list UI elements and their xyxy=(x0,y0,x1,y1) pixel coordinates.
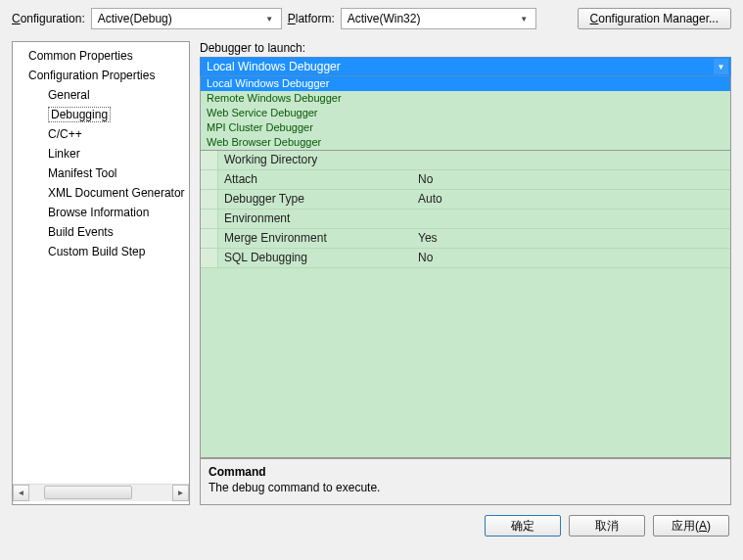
property-value[interactable] xyxy=(414,151,730,169)
scroll-right-button[interactable]: ► xyxy=(172,485,189,501)
tree-item-build-events[interactable]: Build Events xyxy=(13,222,189,242)
dropdown-option[interactable]: Local Windows Debugger xyxy=(201,76,730,91)
scroll-left-button[interactable]: ◄ xyxy=(13,485,29,501)
property-value[interactable]: Yes xyxy=(414,229,730,248)
configuration-value: Active(Debug) xyxy=(98,12,172,25)
help-description: The debug command to execute. xyxy=(209,481,722,494)
top-bar: CConfiguration:onfiguration: Active(Debu… xyxy=(0,0,743,37)
tree-item-common-properties[interactable]: Common Properties xyxy=(13,46,189,66)
row-handle xyxy=(201,170,218,189)
debugger-launch-label: Debugger to launch: xyxy=(200,41,731,55)
dropdown-option[interactable]: MPI Cluster Debugger xyxy=(201,120,730,135)
row-handle xyxy=(201,190,218,209)
property-row[interactable]: SQL Debugging No xyxy=(201,249,730,268)
property-label: Working Directory xyxy=(218,151,414,169)
property-value[interactable]: Auto xyxy=(414,190,730,209)
property-value[interactable]: No xyxy=(414,170,730,189)
apply-button[interactable]: 应用(A)应用(A) xyxy=(653,515,729,537)
dropdown-option[interactable]: Remote Windows Debugger xyxy=(201,91,730,106)
chevron-down-icon: ▼ xyxy=(714,59,728,74)
cancel-button[interactable]: 取消 xyxy=(569,515,645,537)
row-handle xyxy=(201,249,218,267)
debugger-launch-dropdown[interactable]: Local Windows Debugger ▼ xyxy=(200,57,731,76)
scroll-thumb[interactable] xyxy=(44,486,132,499)
dropdown-option[interactable]: Web Service Debugger xyxy=(201,106,730,120)
row-handle xyxy=(201,210,218,228)
dropdown-option[interactable]: Web Browser Debugger xyxy=(201,135,730,150)
property-value[interactable]: No xyxy=(414,249,730,267)
property-label: Attach xyxy=(218,170,414,189)
ok-button[interactable]: 确定 xyxy=(485,515,561,537)
property-row[interactable]: Working Directory xyxy=(201,151,730,170)
horizontal-scrollbar[interactable]: ◄ ► xyxy=(13,484,189,500)
property-label: Merge Environment xyxy=(218,229,414,248)
property-label: Environment xyxy=(218,210,414,228)
help-panel: Command The debug command to execute. xyxy=(200,458,731,505)
property-label: Debugger Type xyxy=(218,190,414,209)
property-row[interactable]: Attach No xyxy=(201,170,730,190)
platform-dropdown[interactable]: Active(Win32) ▼ xyxy=(341,8,536,29)
property-row[interactable]: Merge Environment Yes xyxy=(201,229,730,249)
debugger-dropdown-list: Local Windows Debugger Remote Windows De… xyxy=(200,76,731,151)
configuration-dropdown[interactable]: Active(Debug) ▼ xyxy=(91,8,282,29)
main-area: Common Properties Configuration Properti… xyxy=(0,37,743,505)
tree-item-general[interactable]: General xyxy=(13,85,189,105)
tree-content: Common Properties Configuration Properti… xyxy=(13,46,189,484)
tree-item-browse-information[interactable]: Browse Information xyxy=(13,203,189,222)
property-row[interactable]: Debugger Type Auto xyxy=(201,190,730,210)
debugger-selected: Local Windows Debugger xyxy=(207,60,341,73)
row-handle xyxy=(201,229,218,248)
platform-label: Platform:Platform: xyxy=(288,12,335,25)
help-title: Command xyxy=(209,465,722,479)
tree-item-custom-build-step[interactable]: Custom Build Step xyxy=(13,242,189,261)
tree-item-configuration-properties[interactable]: Configuration Properties xyxy=(13,66,189,85)
dialog-buttons: 确定 取消 应用(A)应用(A) xyxy=(0,505,743,546)
tree-panel: Common Properties Configuration Properti… xyxy=(12,41,190,505)
chevron-down-icon: ▼ xyxy=(262,11,277,26)
tree-item-cpp[interactable]: C/C++ xyxy=(13,124,189,144)
right-panel: Debugger to launch: Local Windows Debugg… xyxy=(200,41,731,505)
property-grid: Working Directory Attach No Debugger Typ… xyxy=(200,151,731,458)
tree-item-xml-document-generator[interactable]: XML Document Generator xyxy=(13,183,189,203)
property-label: SQL Debugging xyxy=(218,249,414,267)
property-value[interactable] xyxy=(414,210,730,228)
row-handle xyxy=(201,151,218,169)
tree-item-linker[interactable]: Linker xyxy=(13,144,189,163)
scroll-track[interactable] xyxy=(29,485,172,501)
configuration-label: CConfiguration:onfiguration: xyxy=(12,12,85,25)
property-row[interactable]: Environment xyxy=(201,210,730,229)
tree-item-debugging[interactable]: Debugging xyxy=(13,105,189,124)
configuration-manager-button[interactable]: Configuration Manager...Configuration Ma… xyxy=(578,8,731,29)
chevron-down-icon: ▼ xyxy=(517,11,532,26)
tree-item-manifest-tool[interactable]: Manifest Tool xyxy=(13,163,189,183)
platform-value: Active(Win32) xyxy=(348,12,421,25)
